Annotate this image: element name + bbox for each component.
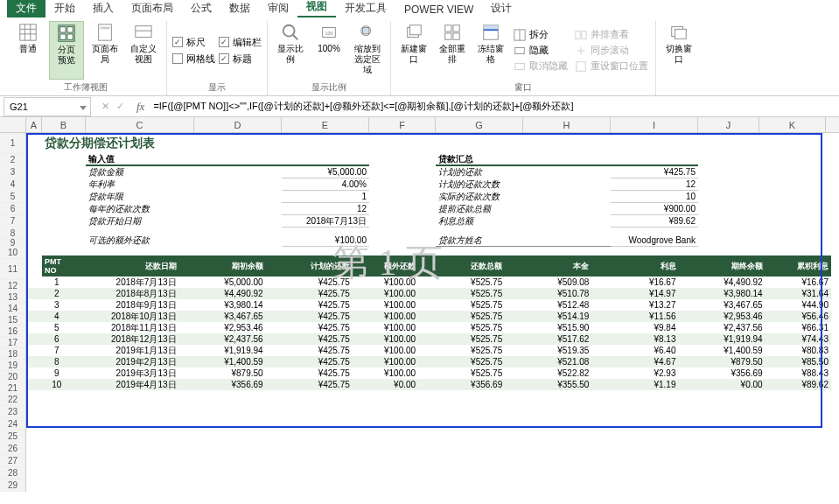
table-row[interactable]: 82019年2月13日¥1,400.59¥425.75¥100.00¥525.7… (26, 356, 831, 368)
table-cell[interactable]: ¥425.75 (266, 299, 353, 311)
tab-review[interactable]: 审阅 (259, 0, 297, 18)
column-header[interactable]: C (86, 117, 194, 132)
table-cell[interactable]: ¥2,437.56 (179, 333, 266, 345)
table-cell[interactable]: ¥5,000.00 (179, 276, 266, 288)
tab-powerview[interactable]: POWER VIEW (395, 2, 482, 18)
row-header[interactable]: 12 (0, 280, 25, 291)
table-cell[interactable]: ¥0.00 (353, 379, 418, 390)
formula-bar-checkbox[interactable]: ✓编辑栏 (219, 36, 262, 49)
column-header[interactable]: A (26, 117, 42, 132)
row-header[interactable]: 24 (0, 418, 25, 430)
table-cell[interactable]: 2018年7月13日 (72, 276, 179, 288)
table-cell[interactable]: ¥100.00 (353, 288, 418, 299)
switch-windows-button[interactable]: 切换窗口 (661, 21, 696, 92)
input-value[interactable]: 2018年7月13日 (282, 215, 369, 228)
table-cell[interactable]: ¥88.43 (766, 368, 831, 379)
table-cell[interactable]: ¥13.27 (591, 299, 678, 311)
column-header[interactable]: H (523, 117, 611, 132)
table-cell[interactable]: ¥512.48 (505, 299, 591, 311)
table-cell[interactable]: ¥11.56 (591, 311, 678, 322)
table-cell[interactable]: ¥85.50 (766, 356, 831, 368)
fx-icon[interactable]: fx (131, 100, 150, 114)
input-value[interactable]: 1 (282, 191, 369, 203)
table-cell[interactable]: ¥100.00 (353, 345, 418, 356)
input-value[interactable]: 4.00% (282, 178, 369, 191)
table-column-header[interactable]: 计划的还款 (266, 256, 353, 276)
table-cell[interactable]: ¥522.82 (505, 368, 591, 379)
row-header[interactable]: 6 (0, 203, 25, 215)
table-cell[interactable]: ¥100.00 (353, 322, 418, 333)
table-cell[interactable]: ¥6.40 (591, 345, 678, 356)
headings-checkbox[interactable]: ✓标题 (219, 52, 262, 66)
table-row[interactable]: 72019年1月13日¥1,919.94¥425.75¥100.00¥525.7… (26, 345, 831, 356)
table-cell[interactable]: ¥356.69 (679, 368, 766, 379)
table-cell[interactable]: ¥525.75 (418, 276, 505, 288)
table-cell[interactable]: ¥4,490.92 (179, 288, 266, 299)
table-row[interactable]: 32018年9月13日¥3,980.14¥425.75¥100.00¥525.7… (26, 299, 831, 311)
table-cell[interactable]: ¥3,467.65 (679, 299, 766, 311)
split-button[interactable]: 拆分 (512, 27, 570, 42)
table-cell[interactable]: ¥425.75 (266, 333, 353, 345)
table-cell[interactable]: ¥16.67 (591, 276, 678, 288)
select-all-corner[interactable] (0, 117, 26, 132)
row-header[interactable]: 10 (0, 247, 25, 259)
hide-button[interactable]: 隐藏 (512, 43, 570, 58)
table-cell[interactable]: ¥100.00 (353, 368, 418, 379)
table-cell[interactable]: ¥425.75 (266, 379, 353, 390)
table-cell[interactable]: 9 (42, 368, 72, 379)
table-cell[interactable]: ¥9.84 (591, 322, 678, 333)
table-cell[interactable]: ¥509.08 (505, 276, 591, 288)
arrange-all-button[interactable]: 全部重排 (435, 21, 470, 80)
row-header[interactable]: 23 (0, 406, 25, 418)
table-column-header[interactable]: PMT NO (42, 256, 72, 276)
page-break-preview-button[interactable]: 分页 预览 (49, 21, 84, 80)
table-cell[interactable]: ¥1,400.59 (679, 345, 766, 356)
table-cell[interactable]: ¥1,919.94 (179, 345, 266, 356)
table-cell[interactable]: 2019年4月13日 (72, 379, 179, 390)
column-header[interactable]: E (282, 117, 369, 132)
page-layout-button[interactable]: 页面布局 (87, 21, 122, 80)
column-header[interactable]: B (42, 117, 86, 132)
freeze-panes-button[interactable]: 冻结窗格 (473, 21, 508, 80)
table-cell[interactable]: 1 (42, 276, 72, 288)
tab-view[interactable]: 视图 (297, 0, 336, 18)
column-header[interactable]: G (436, 117, 523, 132)
table-cell[interactable]: ¥425.75 (266, 311, 353, 322)
table-cell[interactable]: 2018年11月13日 (72, 322, 179, 333)
table-row[interactable]: 42018年10月13日¥3,467.65¥425.75¥100.00¥525.… (26, 311, 831, 322)
tab-formulas[interactable]: 公式 (182, 0, 220, 18)
tab-design[interactable]: 设计 (482, 0, 521, 18)
zoom-100-button[interactable]: 100100% (311, 21, 346, 80)
row-header[interactable]: 15 (0, 314, 25, 326)
table-cell[interactable]: ¥4.67 (591, 356, 678, 368)
table-column-header[interactable]: 利息 (591, 256, 678, 276)
table-cell[interactable]: ¥425.75 (266, 322, 353, 333)
row-header[interactable]: 16 (0, 326, 25, 337)
table-cell[interactable]: ¥514.19 (505, 311, 591, 322)
table-column-header[interactable]: 期终余额 (679, 256, 766, 276)
gridlines-checkbox[interactable]: 网格线 (172, 52, 215, 66)
input-value[interactable]: 12 (282, 203, 369, 215)
table-cell[interactable]: ¥425.75 (266, 276, 353, 288)
table-cell[interactable]: ¥1.19 (591, 379, 678, 390)
table-cell[interactable]: ¥4,490.92 (679, 276, 766, 288)
table-cell[interactable]: 2019年3月13日 (72, 368, 179, 379)
table-cell[interactable]: ¥425.75 (266, 356, 353, 368)
tab-page-layout[interactable]: 页面布局 (122, 0, 182, 18)
table-column-header[interactable]: 额外还款 (353, 256, 418, 276)
table-cell[interactable]: ¥56.46 (766, 311, 831, 322)
table-cell[interactable]: ¥1,919.94 (679, 333, 766, 345)
table-cell[interactable]: ¥879.50 (179, 368, 266, 379)
table-cell[interactable]: ¥525.75 (418, 333, 505, 345)
tab-file[interactable]: 文件 (7, 0, 45, 18)
zoom-to-selection-button[interactable]: 缩放到 选定区域 (350, 21, 385, 80)
table-cell[interactable]: 7 (42, 345, 72, 356)
table-row[interactable]: 102019年4月13日¥356.69¥425.75¥0.00¥356.69¥3… (26, 379, 831, 390)
table-cell[interactable]: 2018年8月13日 (72, 288, 179, 299)
column-header[interactable]: K (759, 117, 826, 132)
table-cell[interactable]: ¥2,953.46 (179, 322, 266, 333)
row-header[interactable]: 20 (0, 371, 25, 382)
table-cell[interactable]: ¥525.75 (418, 288, 505, 299)
table-column-header[interactable]: 累积利息 (766, 256, 831, 276)
table-cell[interactable]: 8 (42, 356, 72, 368)
